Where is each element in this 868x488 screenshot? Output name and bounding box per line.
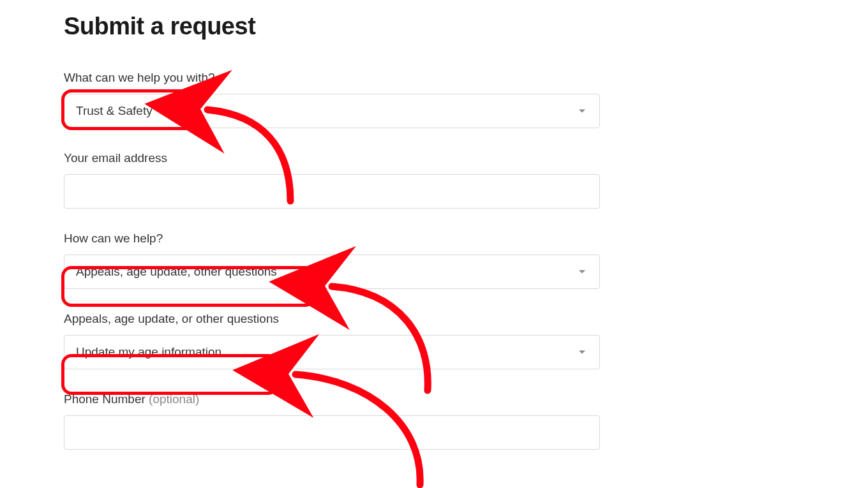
label-email: Your email address <box>64 151 600 165</box>
field-how-help: How can we help? Appeals, age update, ot… <box>64 232 600 289</box>
field-appeals-sub: Appeals, age update, or other questions … <box>64 312 600 369</box>
select-appeals-sub-value: Update my age information <box>76 345 221 359</box>
label-phone: Phone Number (optional) <box>64 392 600 406</box>
label-help-with: What can we help you with? <box>64 71 600 85</box>
caret-down-icon <box>579 110 585 113</box>
form-container: Submit a request What can we help you wi… <box>0 0 664 450</box>
label-phone-main: Phone Number <box>64 392 149 406</box>
input-email[interactable] <box>64 174 600 209</box>
caret-down-icon <box>579 270 585 274</box>
input-phone[interactable] <box>64 415 600 450</box>
field-email: Your email address <box>64 151 600 209</box>
field-help-with: What can we help you with? Trust & Safet… <box>64 71 600 128</box>
page-title: Submit a request <box>64 13 600 40</box>
label-how-help: How can we help? <box>64 232 600 246</box>
select-appeals-sub[interactable]: Update my age information <box>64 335 600 369</box>
label-phone-optional: (optional) <box>149 392 199 406</box>
label-appeals-sub: Appeals, age update, or other questions <box>64 312 600 326</box>
select-help-with-value: Trust & Safety <box>76 104 153 118</box>
select-help-with[interactable]: Trust & Safety <box>64 94 600 128</box>
caret-down-icon <box>579 351 585 354</box>
select-how-help-value: Appeals, age update, other questions <box>76 265 277 279</box>
select-how-help[interactable]: Appeals, age update, other questions <box>64 255 600 289</box>
field-phone: Phone Number (optional) <box>64 392 600 450</box>
